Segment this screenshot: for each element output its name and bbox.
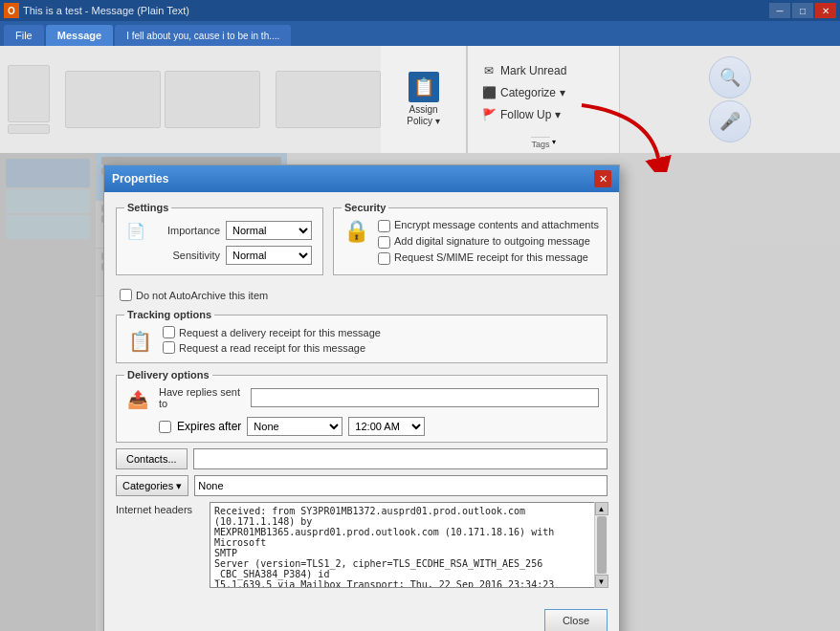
respond-big-btn (65, 71, 161, 128)
minimize-button[interactable]: ─ (769, 3, 790, 18)
tab-message[interactable]: Message (46, 25, 113, 46)
delivery-icon: 📤 (124, 389, 151, 410)
tab-bar: File Message I fell about you, cause i t… (0, 21, 840, 46)
assign-policy-button[interactable]: 📋 AssignPolicy ▾ (385, 68, 462, 131)
dialog-title: Properties (112, 172, 168, 185)
respond-big-btn2 (165, 71, 260, 128)
replies-field[interactable] (251, 388, 599, 407)
smime-label: Request S/MIME receipt for this message (394, 251, 588, 263)
ribbon-group-respond (61, 67, 264, 132)
headers-scrollbar: ▲ ▼ (594, 502, 608, 588)
scroll-thumb[interactable] (597, 516, 607, 574)
tags-group: ✉ Mark Unread ⬛ Categorize ▾ 🚩 Follow Up… (467, 46, 620, 153)
title-bar-left: O This is a test - Message (Plain Text) (4, 3, 189, 18)
ribbon-group-delete (4, 61, 54, 138)
categories-row: Categories ▾ (116, 475, 608, 496)
expires-checkbox[interactable] (159, 421, 171, 433)
mark-unread-button[interactable]: ✉ Mark Unread (475, 60, 611, 81)
tracking-content: 📋 Request a delivery receipt for this me… (124, 326, 599, 357)
maximize-button[interactable]: □ (792, 3, 813, 18)
expires-label: Expires after (177, 420, 241, 433)
search-circle-button[interactable]: 🔍 (709, 56, 751, 98)
categories-dropdown-icon: ▾ (176, 480, 182, 492)
follow-up-icon: 🚩 (481, 107, 497, 122)
tracking-legend: Tracking options (124, 309, 214, 320)
dialog-body: Settings 📄 Importance Normal Low High Se… (104, 192, 619, 605)
dialog-footer: Close (104, 605, 619, 631)
expires-row: Expires after None 12:00 AM (124, 417, 599, 436)
window-controls: ─ □ ✕ (769, 3, 836, 18)
ribbon-right-buttons: 🔍 🎤 (620, 46, 840, 153)
autoarchive-label: Do not AutoArchive this item (136, 290, 268, 301)
lock-icon: 🔒 (342, 219, 372, 244)
mark-unread-label: Mark Unread (500, 64, 566, 77)
mark-unread-icon: ✉ (481, 63, 497, 78)
contacts-button[interactable]: Contacts... (116, 448, 188, 469)
delivery-receipt-row: Request a delivery receipt for this mess… (163, 326, 599, 338)
security-legend: Security (342, 202, 388, 213)
expires-time-dropdown[interactable]: 12:00 AM (348, 417, 425, 436)
voice-circle-button[interactable]: 🎤 (709, 100, 751, 142)
encrypt-checkbox[interactable] (378, 220, 390, 232)
categories-button[interactable]: Categories ▾ (116, 475, 188, 496)
delete-label (8, 124, 50, 134)
sensitivity-dropdown[interactable]: Normal Personal Private Confidential (226, 246, 312, 265)
contacts-field[interactable] (193, 448, 608, 469)
headers-section: Internet headers Received: from SY3PR01M… (116, 502, 608, 588)
categorize-dropdown-icon: ▾ (560, 86, 565, 99)
settings-legend: Settings (124, 202, 171, 213)
tracking-fieldset: Tracking options 📋 Request a delivery re… (116, 309, 608, 363)
tracking-checks: Request a delivery receipt for this mess… (163, 326, 599, 357)
ribbon-right: 🔍 🎤 (620, 46, 840, 153)
smime-row: Request S/MIME receipt for this message (378, 251, 599, 265)
window-title: This is a test - Message (Plain Text) (23, 5, 189, 16)
tracking-icon: 📋 (124, 326, 155, 357)
headers-label: Internet headers (116, 502, 202, 588)
tags-expand-icon[interactable]: ▾ (552, 138, 556, 146)
importance-dropdown[interactable]: Normal Low High (226, 221, 312, 240)
expires-date-dropdown[interactable]: None (247, 417, 343, 436)
digital-sig-checkbox[interactable] (378, 236, 390, 249)
smime-checkbox[interactable] (378, 252, 390, 265)
scroll-down-arrow[interactable]: ▼ (595, 575, 608, 588)
security-checks: Encrypt message contents and attachments… (378, 219, 599, 268)
follow-up-label: Follow Up (500, 108, 551, 121)
delivery-content: 📤 Have replies sent to (124, 386, 599, 413)
delete-big-btn (8, 65, 50, 122)
ribbon-group-quick-steps (272, 67, 385, 132)
encrypt-row: Encrypt message contents and attachments (378, 219, 599, 232)
categories-field[interactable] (194, 475, 608, 496)
tab-email-subject[interactable]: I fell about you, cause i to be in th...… (115, 25, 291, 46)
scroll-up-arrow[interactable]: ▲ (595, 502, 608, 515)
ribbon-group-find: 🔍 🎤 (705, 53, 755, 146)
importance-row: 📄 Importance Normal Low High (124, 219, 315, 242)
title-bar: O This is a test - Message (Plain Text) … (0, 0, 840, 21)
encrypt-label: Encrypt message contents and attachments (394, 219, 599, 230)
categorize-label: Categorize (500, 86, 556, 99)
settings-fieldset: Settings 📄 Importance Normal Low High Se… (116, 202, 323, 275)
autoarchive-checkbox[interactable] (120, 289, 132, 301)
categorize-button[interactable]: ⬛ Categorize ▾ (475, 82, 611, 103)
read-receipt-checkbox[interactable] (163, 341, 175, 354)
headers-container: Received: from SY3PR01MB1372.ausprd01.pr… (210, 502, 608, 588)
window-close-button[interactable]: ✕ (815, 3, 836, 18)
headers-textbox[interactable]: Received: from SY3PR01MB1372.ausprd01.pr… (210, 502, 608, 588)
tags-buttons-container: ✉ Mark Unread ⬛ Categorize ▾ 🚩 Follow Up… (475, 50, 611, 135)
security-content: 🔒 Encrypt message contents and attachmen… (342, 219, 599, 268)
replies-label: Have replies sent to (159, 386, 245, 409)
close-dialog-button[interactable]: Close (544, 609, 608, 631)
tab-file[interactable]: File (4, 25, 44, 46)
importance-icon: 📄 (124, 219, 147, 242)
tags-group-label: Tags (531, 137, 549, 149)
delivery-receipt-checkbox[interactable] (163, 326, 175, 338)
sensitivity-row: Sensitivity Normal Personal Private Conf… (124, 246, 315, 265)
dialog-close-button[interactable]: ✕ (594, 170, 611, 187)
contacts-row: Contacts... (116, 448, 608, 469)
importance-label: Importance (153, 225, 220, 236)
assign-policy-label: AssignPolicy ▾ (407, 104, 439, 127)
assign-policy-group: 📋 AssignPolicy ▾ (381, 46, 467, 153)
properties-dialog: Properties ✕ Settings 📄 Importance Norma… (103, 164, 620, 631)
assign-policy-icon: 📋 (409, 72, 439, 102)
follow-up-button[interactable]: 🚩 Follow Up ▾ (475, 104, 611, 125)
app-icon: O (4, 3, 19, 18)
